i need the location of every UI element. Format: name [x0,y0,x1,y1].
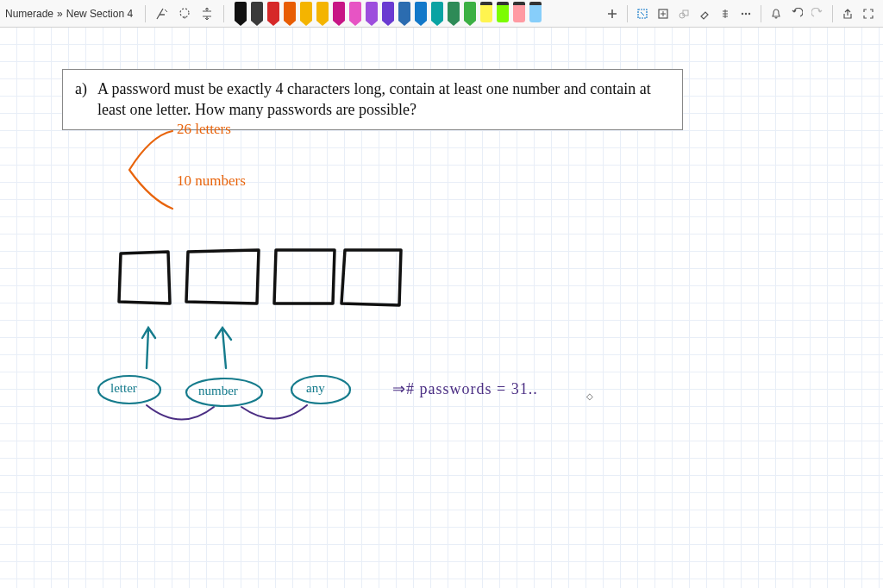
eraser-icon[interactable] [695,4,714,23]
question-label: a) [75,78,87,121]
select-icon[interactable] [633,4,652,23]
note-letters: 26 letters [177,121,231,138]
pen-12[interactable] [429,2,445,26]
pen-14[interactable] [462,2,478,26]
canvas[interactable]: a) A password must be exactly 4 characte… [0,28,883,588]
pen-3[interactable] [282,2,297,26]
highlighter-1[interactable] [495,2,510,26]
shapes-icon[interactable] [674,4,693,23]
lasso-select-icon[interactable]: + [175,4,194,23]
toolbar: Numerade » New Section 4 + [0,0,883,28]
highlighter-3[interactable] [528,2,543,26]
pen-8[interactable] [364,2,379,26]
fullscreen-icon[interactable] [859,4,878,23]
question-text: A password must be exactly 4 characters … [97,78,670,121]
svg-point-7 [745,12,747,14]
pan-icon[interactable] [654,4,673,23]
separator [145,5,146,22]
share-icon[interactable] [838,4,857,23]
pen-10[interactable] [397,2,412,26]
result-text: ⇒# passwords = 31.. [392,379,538,398]
pen-palette [233,2,543,26]
bubble-number: number [198,384,238,398]
pen-5[interactable] [315,2,330,26]
pen-11[interactable] [413,2,429,26]
add-pen-icon[interactable] [603,4,622,23]
breadcrumb: Numerade » New Section 4 [5,8,138,20]
more-icon[interactable] [736,4,755,23]
pen-1[interactable] [249,2,265,26]
redo-icon[interactable] [808,4,827,23]
note-numbers: 10 numbers [177,172,246,190]
svg-text:+: + [183,14,187,21]
question-box: a) A password must be exactly 4 characte… [62,69,683,130]
svg-point-6 [742,12,743,14]
pen-4[interactable] [298,2,314,26]
pen-6[interactable] [331,2,347,26]
pen-0[interactable] [233,2,248,26]
bubble-letter: letter [110,381,137,396]
separator [761,5,761,22]
highlighter-2[interactable] [511,2,527,26]
pen-13[interactable] [446,2,461,26]
toolbar-right [603,4,878,23]
svg-point-8 [748,12,750,14]
pen-2[interactable] [266,2,281,26]
text-tool-icon[interactable] [153,4,172,23]
separator [627,5,628,22]
breadcrumb-section[interactable]: New Section 4 [66,8,133,20]
breadcrumb-root[interactable]: Numerade [5,8,53,20]
highlighter-0[interactable] [479,2,494,26]
ruler-icon[interactable] [716,4,735,23]
bubble-any: any [306,381,325,396]
pen-9[interactable] [380,2,396,26]
separator [223,5,224,22]
svg-rect-5 [683,10,688,16]
pen-7[interactable] [348,2,363,26]
insert-space-icon[interactable] [197,4,216,23]
undo-icon[interactable] [787,4,806,23]
breadcrumb-sep: » [57,8,63,20]
notification-icon[interactable] [767,4,786,23]
cursor-icon: ◇ [586,391,593,401]
separator [832,5,833,22]
